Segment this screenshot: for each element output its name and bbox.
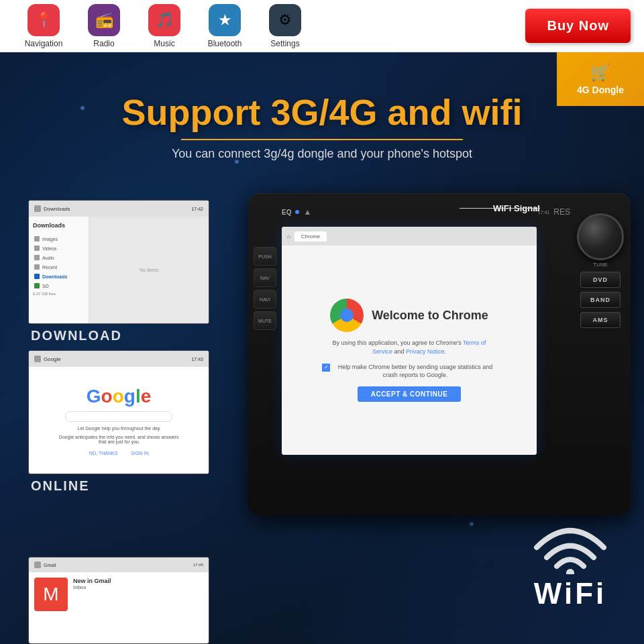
online-frame: Google 17:43 Google Let Google help you …	[28, 350, 209, 474]
gmail-header-icon	[34, 561, 41, 568]
bluetooth-icon: ★	[209, 4, 241, 36]
item-dot	[34, 255, 40, 260]
google-screen-header: Google 17:43	[29, 351, 209, 367]
radio-icon: 📻	[88, 4, 120, 36]
item-dot	[34, 274, 40, 279]
screen-title: Downloads	[44, 206, 70, 212]
gmail-frame: Gmail 17:45 M New in Gmail Inbox	[28, 557, 209, 644]
music-icon: 🎵	[148, 4, 180, 36]
item-label: SD	[42, 284, 49, 288]
chrome-home-icon: ⌂	[287, 233, 290, 239]
item-dot	[34, 236, 40, 241]
chrome-checkbox[interactable]: ✓	[322, 364, 330, 372]
nav-button[interactable]: NAV	[254, 268, 276, 287]
screen-main-area: No Items	[89, 217, 209, 323]
chrome-tab: Chrome	[294, 231, 327, 241]
online-label: ONLINE	[28, 478, 209, 494]
ams-button[interactable]: AMS	[580, 312, 621, 328]
mute-button[interactable]: MUTE	[254, 311, 276, 330]
google-main: Google Let Google help you throughout th…	[29, 367, 209, 474]
gmail-envelope-icon: M	[34, 578, 68, 611]
tune-label: TUNE	[593, 262, 608, 268]
chrome-body: Welcome to Chrome By using this applicat…	[282, 246, 537, 455]
settings-icon: ⚙	[269, 4, 301, 36]
eq-dot	[295, 210, 299, 214]
sidebar-item-sd: SD	[33, 281, 85, 290]
app-settings[interactable]: ⚙ Settings	[255, 0, 315, 52]
navigation-label: Navigation	[25, 39, 63, 48]
sd-info: 6.27 GB free	[33, 292, 85, 296]
main-title: Support 3G/4G and wifi	[0, 93, 644, 132]
screen-content: Downloads Images Videos Au	[29, 217, 209, 323]
sidebar-item-audio: Audio	[33, 253, 85, 262]
sign-in-link[interactable]: SIGN IN	[131, 451, 148, 455]
google-screen: Google 17:43 Google Let Google help you …	[29, 351, 209, 474]
eq-label: EQ	[282, 209, 291, 216]
item-label: Recent	[42, 265, 57, 270]
left-screenshots: Downloads 17:42 Downloads Images	[28, 200, 209, 500]
settings-label: Settings	[270, 39, 299, 48]
wifi-area: WiFi	[530, 514, 610, 610]
top-bar: 📍 Navigation 📻 Radio 🎵 Music ★ Bluetooth…	[0, 0, 644, 52]
gmail-time: 17:45	[193, 563, 203, 567]
car-unit-body: EQ ▲ 17:41 RES ⌂ Chrome	[248, 193, 631, 515]
dvd-button[interactable]: DVD	[580, 272, 621, 288]
gmail-body: M New in Gmail Inbox	[29, 572, 209, 616]
screen-sidebar: Downloads Images Videos Au	[29, 217, 89, 323]
car-screen: ⌂ Chrome Welcome to Chrome By using this…	[282, 227, 537, 455]
app-radio[interactable]: 📻 Radio	[74, 0, 134, 52]
wifi-signal-line	[460, 208, 540, 209]
navi-button[interactable]: NAVI	[254, 290, 276, 309]
item-label: Videos	[42, 246, 56, 251]
gmail-text: New in Gmail Inbox	[73, 578, 203, 611]
sidebar-item-recent: Recent	[33, 262, 85, 272]
gmail-subject: New in Gmail	[73, 578, 203, 584]
google-time: 17:43	[191, 357, 203, 362]
app-icons-container: 📍 Navigation 📻 Radio 🎵 Music ★ Bluetooth…	[13, 0, 315, 52]
item-dot	[34, 283, 40, 288]
chrome-logo-area: Welcome to Chrome	[330, 299, 488, 332]
bluetooth-label: Bluetooth	[208, 39, 242, 48]
chrome-header-bar: ⌂ Chrome	[282, 227, 537, 246]
car-right-controls: TUNE DVD BAND AMS	[577, 213, 624, 328]
radio-label: Radio	[93, 39, 114, 48]
header-icon	[34, 205, 41, 212]
no-thanks-link[interactable]: NO, THANKS	[89, 451, 118, 455]
screen-header: Downloads 17:42	[29, 201, 209, 217]
chrome-welcome-title: Welcome to Chrome	[372, 309, 488, 323]
google-logo: Google	[87, 386, 151, 407]
sidebar-item-downloads: Downloads	[33, 272, 85, 281]
band-button[interactable]: BAND	[580, 292, 621, 308]
push-ent-button[interactable]: PUSH	[254, 247, 276, 266]
download-screen: Downloads 17:42 Downloads Images	[29, 201, 209, 323]
navigation-icon: 📍	[28, 4, 60, 36]
google-subcaption: Google anticipates the info you need, an…	[58, 435, 179, 444]
chrome-checkbox-row: ✓ Help make Chrome better by sending usa…	[322, 363, 496, 380]
chrome-body-text: By using this application, you agree to …	[322, 339, 496, 356]
music-label: Music	[154, 39, 174, 48]
net-dot	[470, 522, 474, 526]
gmail-header: Gmail 17:45	[29, 557, 209, 572]
google-header-title: Google	[44, 356, 61, 362]
heading-section: Support 3G/4G and wifi You can connect 3…	[0, 93, 644, 161]
chrome-logo-circle	[330, 299, 364, 332]
gmail-screenshot: Gmail 17:45 M New in Gmail Inbox	[28, 557, 209, 644]
download-label: DOWNLOAD	[28, 328, 209, 343]
main-content: 🛒 4G Dongle Support 3G/4G and wifi You c…	[0, 52, 644, 644]
chrome-accept-button[interactable]: ACCEPT & CONTINUE	[358, 386, 462, 402]
item-label: Audio	[42, 256, 54, 260]
online-screenshot-container: Google 17:43 Google Let Google help you …	[28, 350, 209, 494]
chrome-welcome: ⌂ Chrome Welcome to Chrome By using this…	[282, 227, 537, 455]
item-label: Downloads	[42, 274, 67, 279]
app-music[interactable]: 🎵 Music	[134, 0, 195, 52]
header-icon	[34, 356, 41, 362]
res-label: RES	[553, 207, 570, 217]
sidebar-item-videos: Videos	[33, 244, 85, 253]
app-bluetooth[interactable]: ★ Bluetooth	[195, 0, 255, 52]
gmail-title: Gmail	[44, 563, 56, 568]
wifi-symbol	[530, 514, 610, 584]
google-search-bar[interactable]	[65, 411, 172, 422]
tuner-knob[interactable]	[577, 213, 624, 260]
app-navigation[interactable]: 📍 Navigation	[13, 0, 74, 52]
buy-now-button[interactable]: Buy Now	[525, 9, 631, 43]
